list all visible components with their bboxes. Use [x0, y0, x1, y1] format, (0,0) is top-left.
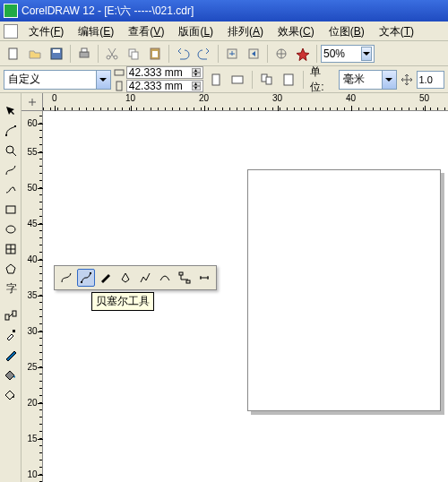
svg-text:字: 字	[6, 282, 17, 295]
portrait-button[interactable]	[206, 70, 226, 90]
artistic-media-tool[interactable]	[97, 269, 115, 287]
menu-bitmap[interactable]: 位图(B)	[322, 22, 372, 40]
svg-point-6	[114, 56, 117, 59]
unit-label: 单位:	[310, 65, 334, 95]
ruler-v-tick: 25	[22, 362, 43, 372]
current-page-button[interactable]	[280, 70, 299, 90]
separator	[218, 45, 219, 63]
zoom-tool[interactable]	[2, 142, 20, 159]
ruler-v-tick: 15	[22, 434, 43, 443]
interactive-fill-tool[interactable]	[2, 385, 20, 403]
pen-tool[interactable]	[116, 269, 134, 287]
svg-rect-15	[116, 82, 122, 90]
paste-button[interactable]	[145, 44, 165, 64]
width-icon	[114, 67, 125, 78]
document-icon[interactable]	[4, 24, 18, 39]
zoom-value: 50%	[323, 47, 345, 60]
workspace: 字 0 10 20 30 40 50 60 55 50 45 40 35 30	[0, 93, 448, 482]
freehand-tool[interactable]	[57, 269, 75, 287]
separator	[252, 71, 253, 89]
text-tool[interactable]: 字	[2, 280, 20, 297]
undo-button[interactable]	[173, 44, 193, 64]
app-launcher-button[interactable]	[271, 44, 291, 64]
shape-tool[interactable]	[2, 122, 20, 140]
menu-layout[interactable]: 版面(L)	[171, 22, 220, 40]
canvas-area[interactable]: 0 10 20 30 40 50 60 55 50 45 40 35 30 25…	[22, 93, 448, 482]
graph-paper-tool[interactable]	[2, 240, 20, 258]
svg-point-25	[6, 226, 15, 233]
print-button[interactable]	[74, 44, 94, 64]
standard-toolbar: 50%	[0, 41, 448, 66]
unit-value: 毫米	[343, 72, 382, 87]
basic-shapes-tool[interactable]	[2, 260, 20, 278]
ruler-horizontal[interactable]: 0 10 20 30 40 50	[43, 93, 448, 111]
smart-draw-tool[interactable]	[2, 181, 20, 199]
corel-online-button[interactable]	[293, 44, 313, 64]
separator	[316, 45, 317, 63]
export-button[interactable]	[244, 44, 263, 64]
menu-arrange[interactable]: 排列(A)	[220, 22, 271, 40]
ruler-h-tick: 20	[199, 93, 209, 111]
bezier-tool[interactable]	[77, 269, 95, 287]
outline-tool[interactable]	[2, 346, 20, 364]
paper-preset-combo[interactable]: 自定义	[4, 70, 111, 90]
nudge-field[interactable]: 1.0	[417, 71, 445, 89]
property-bar: 自定义 42.333 mm▴▾ 42.333 mm▴▾ 单位: 毫米 1.0	[0, 66, 448, 93]
svg-rect-8	[132, 52, 138, 59]
svg-rect-30	[13, 330, 15, 332]
3point-curve-tool[interactable]	[156, 269, 174, 287]
ruler-v-tick: 10	[22, 469, 43, 479]
eyedropper-tool[interactable]	[2, 326, 20, 344]
svg-rect-10	[152, 51, 158, 57]
landscape-button[interactable]	[228, 70, 247, 90]
ruler-v-tick: 20	[22, 398, 43, 408]
separator	[168, 45, 169, 63]
nudge-icon	[400, 73, 414, 87]
dropdown-icon[interactable]	[382, 71, 396, 89]
separator	[98, 45, 99, 63]
paper-preset-value: 自定义	[8, 72, 96, 87]
svg-rect-3	[80, 52, 89, 57]
dropdown-icon[interactable]	[96, 71, 110, 89]
all-pages-button[interactable]	[257, 70, 277, 90]
zoom-combo[interactable]: 50%	[321, 45, 375, 63]
fill-tool[interactable]	[2, 366, 20, 383]
dimension-tool[interactable]	[195, 269, 213, 287]
ruler-vertical[interactable]: 60 55 50 45 40 35 30 25 20 15 10	[22, 111, 43, 482]
new-button[interactable]	[4, 44, 23, 64]
interactive-blend-tool[interactable]	[2, 306, 20, 324]
ellipse-tool[interactable]	[2, 220, 20, 238]
menu-edit[interactable]: 编辑(E)	[71, 22, 121, 40]
curve-tool[interactable]	[2, 161, 20, 179]
svg-rect-2	[53, 49, 60, 53]
svg-rect-20	[284, 74, 293, 85]
page-width-field[interactable]: 42.333 mm▴▾	[126, 66, 203, 79]
zoom-dropdown-icon[interactable]	[361, 47, 372, 61]
import-button[interactable]	[222, 44, 242, 64]
svg-point-5	[107, 56, 110, 59]
ruler-v-tick: 35	[22, 290, 43, 300]
title-text: CorelDRAW 12 - [E:\六 -----\021.cdr]	[22, 4, 194, 19]
ruler-origin[interactable]	[22, 93, 43, 111]
svg-rect-35	[186, 280, 190, 283]
ruler-h-tick: 0	[52, 93, 57, 111]
menu-file[interactable]: 文件(F)	[22, 22, 71, 40]
unit-combo[interactable]: 毫米	[339, 70, 397, 90]
height-icon	[114, 81, 125, 91]
rectangle-tool[interactable]	[2, 201, 20, 219]
menu-text[interactable]: 文本(T)	[372, 22, 421, 40]
ruler-v-tick: 60	[22, 118, 43, 128]
ruler-v-tick: 30	[22, 326, 43, 336]
pick-tool[interactable]	[2, 102, 20, 120]
save-button[interactable]	[47, 44, 66, 64]
cut-button[interactable]	[102, 44, 122, 64]
redo-button[interactable]	[194, 44, 214, 64]
connector-tool[interactable]	[176, 269, 194, 287]
page-height-field[interactable]: 42.333 mm▴▾	[126, 80, 203, 92]
menu-effects[interactable]: 效果(C)	[271, 22, 322, 40]
open-button[interactable]	[25, 44, 45, 64]
menu-view[interactable]: 查看(V)	[121, 22, 171, 40]
polyline-tool[interactable]	[136, 269, 154, 287]
copy-button[interactable]	[124, 44, 143, 64]
page-size-group: 42.333 mm▴▾ 42.333 mm▴▾	[114, 66, 203, 92]
